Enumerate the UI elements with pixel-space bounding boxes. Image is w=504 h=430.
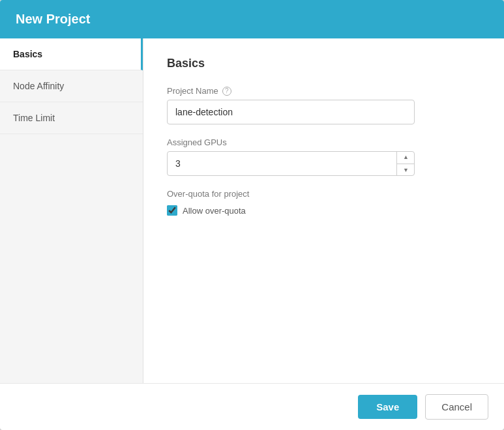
dialog-header: New Project [0, 0, 504, 38]
sidebar-item-time-limit[interactable]: Time Limit [0, 102, 143, 134]
content-title: Basics [167, 57, 481, 70]
project-name-input[interactable] [167, 100, 415, 124]
sidebar-item-basics[interactable]: Basics [0, 38, 143, 70]
dialog-footer: Save Cancel [0, 383, 504, 430]
project-name-info-icon[interactable]: ? [222, 87, 231, 96]
cancel-button[interactable]: Cancel [425, 394, 488, 420]
gpu-spinner-down[interactable]: ▼ [397, 164, 415, 177]
new-project-dialog: New Project Basics Node Affinity Time Li… [0, 0, 504, 430]
sidebar-item-node-affinity[interactable]: Node Affinity [0, 70, 143, 102]
gpu-spinner-up[interactable]: ▲ [397, 151, 415, 164]
save-button[interactable]: Save [358, 395, 417, 419]
gpu-spinner-arrows: ▲ ▼ [396, 151, 415, 176]
assigned-gpus-label: Assigned GPUs [167, 137, 481, 147]
over-quota-checkbox-row[interactable]: Allow over-quota [167, 205, 481, 216]
over-quota-section-label: Over-quota for project [167, 189, 481, 199]
dialog-title: New Project [16, 12, 90, 26]
assigned-gpus-group: Assigned GPUs ▲ ▼ [167, 137, 481, 176]
assigned-gpus-input[interactable] [167, 151, 415, 176]
over-quota-checkbox-label: Allow over-quota [183, 206, 246, 216]
gpu-spinner-wrapper: ▲ ▼ [167, 151, 415, 176]
sidebar: Basics Node Affinity Time Limit [0, 38, 143, 383]
over-quota-group: Over-quota for project Allow over-quota [167, 189, 481, 216]
dialog-body: Basics Node Affinity Time Limit Basics P… [0, 38, 504, 383]
project-name-label: Project Name ? [167, 86, 481, 96]
over-quota-checkbox[interactable] [167, 205, 177, 216]
content-area: Basics Project Name ? Assigned GPUs [143, 38, 504, 383]
project-name-group: Project Name ? [167, 86, 481, 124]
